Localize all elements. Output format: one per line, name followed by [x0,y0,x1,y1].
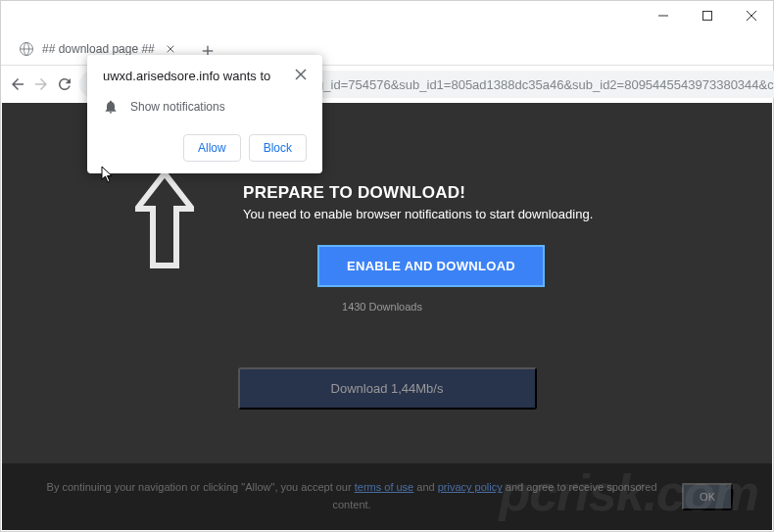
cookie-ok-button[interactable]: OK [682,483,733,510]
notification-permission-dialog: uwxd.arisedsore.info wants to Show notif… [87,55,322,173]
svg-rect-1 [702,12,711,21]
download-speed-button[interactable]: Download 1,44Mb/s [238,367,537,410]
back-button[interactable] [9,71,26,98]
enable-download-button[interactable]: ENABLE AND DOWNLOAD [317,245,545,287]
bell-icon [103,99,119,115]
perm-block-button[interactable]: Block [249,134,307,162]
arrow-up-icon [135,171,194,269]
perm-actions: Allow Block [103,134,307,162]
perm-row: Show notifications [103,99,307,115]
tab-title: ## download page ## [42,42,155,56]
perm-dialog-title: uwxd.arisedsore.info wants to [103,69,307,83]
perm-row-label: Show notifications [130,100,225,114]
cookie-text: By continuing your navigation or clickin… [41,479,662,513]
page-subheading: You need to enable browser notifications… [243,207,772,221]
cookie-consent-bar: By continuing your navigation or clickin… [2,463,772,530]
reload-button[interactable] [56,71,73,98]
window-minimize-button[interactable] [641,1,685,30]
globe-icon [19,41,34,57]
browser-window: ## download page ## uwxd.arisedsore.info… [0,0,774,532]
window-titlebar [1,1,773,30]
page-heading: PREPARE TO DOWNLOAD! [243,183,772,203]
window-maximize-button[interactable] [685,1,729,30]
privacy-link[interactable]: privacy policy [438,481,503,493]
downloads-count: 1430 Downloads [2,301,767,313]
terms-link[interactable]: terms of use [355,481,414,493]
perm-dialog-close-icon[interactable] [295,67,311,82]
perm-allow-button[interactable]: Allow [183,134,241,162]
forward-button[interactable] [32,71,50,98]
window-close-button[interactable] [729,1,773,30]
